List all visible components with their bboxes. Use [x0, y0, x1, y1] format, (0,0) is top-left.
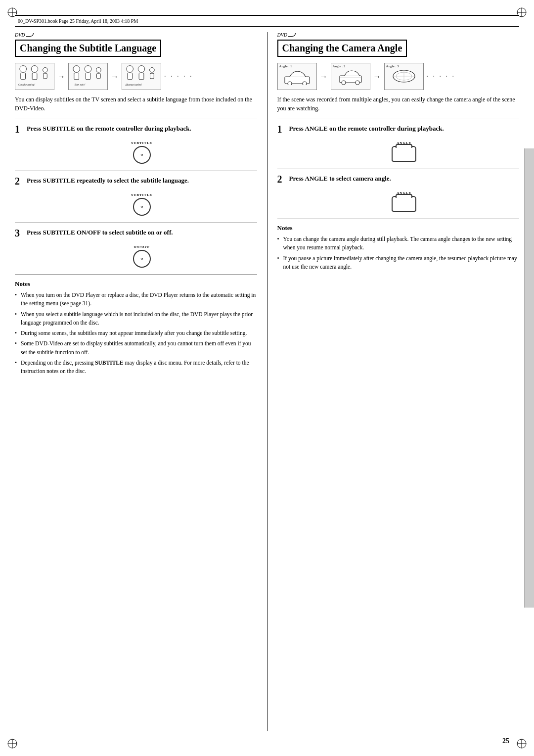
step-right-2: 2 Press ANGLE to select camera angle.: [277, 174, 520, 184]
step-num-1: 1: [15, 124, 23, 134]
header-bar: 00_DV-SP301.book Page 25 Friday, April 1…: [15, 15, 519, 27]
svg-text:Bon soir!: Bon soir!: [75, 83, 86, 86]
step-left-3: 3 Press SUBTITLE ON/OFF to select subtit…: [15, 228, 257, 238]
subtitle-illus-2: Bon soir!: [68, 63, 108, 90]
svg-rect-17: [44, 73, 47, 79]
arrow-2: →: [111, 72, 119, 81]
subtitle-illus-3: ¡Buenas tardes!: [122, 63, 161, 90]
subtitle-button-2: SUBTITLE O: [27, 193, 257, 216]
step-right-text-2: Press ANGLE to select camera angle.: [289, 174, 391, 183]
svg-rect-20: [74, 73, 79, 80]
dvd-label-left: DVD: [15, 32, 257, 38]
step-num-2: 2: [15, 176, 23, 186]
divider-left-1: [15, 119, 257, 119]
divider-right-2: [277, 169, 520, 169]
svg-point-30: [150, 67, 155, 72]
subtitle-button-1: SUBTITLE O: [27, 141, 257, 164]
svg-point-19: [73, 66, 80, 73]
step-left-1: 1 Press SUBTITLE on the remote controlle…: [15, 124, 257, 134]
svg-rect-13: [21, 73, 26, 80]
svg-rect-22: [86, 73, 90, 80]
svg-rect-24: [97, 73, 101, 79]
dots-right: · · · · ·: [427, 73, 456, 81]
svg-point-38: [356, 81, 359, 85]
right-column: DVD Changing the Camera Angle Angle : 1: [267, 32, 520, 731]
step-right-text-1: Press ANGLE on the remote controller dur…: [289, 124, 444, 133]
step-text-2: Press SUBTITLE repeatedly to select the …: [27, 176, 189, 185]
left-notes-title: Notes: [15, 280, 257, 288]
right-notes-list: You can change the camera angle during s…: [277, 235, 520, 271]
left-notes: Notes When you turn on the DVD Player or…: [15, 280, 257, 376]
step-num-3: 3: [15, 228, 23, 238]
step-left-2: 2 Press SUBTITLE repeatedly to select th…: [15, 176, 257, 186]
header-text: 00_DV-SP301.book Page 25 Friday, April 1…: [18, 18, 138, 24]
right-note-1: You can change the camera angle during s…: [277, 235, 520, 252]
page-number: 25: [502, 737, 509, 745]
divider-right-1: [277, 119, 520, 119]
svg-point-28: [138, 66, 145, 73]
right-notes: Notes You can change the camera angle du…: [277, 224, 520, 271]
step-right-num-2: 2: [277, 174, 285, 184]
step-right-1: 1 Press ANGLE on the remote controller d…: [277, 124, 520, 134]
svg-point-34: [288, 82, 292, 85]
angle-button-2: ANGLE: [289, 191, 520, 212]
svg-rect-15: [32, 73, 37, 80]
left-note-2: When you select a subtitle language whic…: [15, 310, 257, 328]
right-description: If the scene was recorded from multiple …: [277, 95, 520, 113]
main-content: DVD Changing the Subtitle Language: [15, 32, 519, 731]
onoff-button: ON/OFF O: [27, 245, 257, 268]
left-note-4: Some DVD-Video are set to display subtit…: [15, 339, 257, 357]
left-section-title: Changing the Subtitle Language: [15, 40, 161, 57]
left-notes-list: When you turn on the DVD Player or repla…: [15, 291, 257, 376]
svg-point-26: [127, 66, 134, 73]
svg-point-21: [85, 66, 91, 73]
divider-left-4: [15, 275, 257, 275]
arrow-right-2: →: [373, 72, 381, 81]
right-note-2: If you pause a picture immediately after…: [277, 254, 520, 272]
step-right-num-1: 1: [277, 124, 285, 134]
right-notes-title: Notes: [277, 224, 520, 232]
divider-right-3: [277, 219, 520, 219]
step-text-3: Press SUBTITLE ON/OFF to select subtitle…: [27, 228, 173, 237]
svg-point-12: [20, 66, 27, 73]
divider-left-3: [15, 223, 257, 223]
left-column: DVD Changing the Subtitle Language: [15, 32, 267, 731]
arrow-1: →: [57, 72, 65, 81]
reg-mark-bl: [7, 738, 18, 749]
angle-illustration-row: Angle : 1 → Angle : 2: [277, 63, 520, 90]
svg-rect-29: [139, 73, 144, 80]
svg-rect-27: [128, 73, 133, 80]
svg-point-14: [31, 66, 38, 73]
subtitle-illustration-row: Good evening! → Bon soir!: [15, 63, 257, 90]
right-section-title: Changing the Camera Angle: [277, 40, 407, 57]
subtitle-illus-1: Good evening!: [15, 63, 54, 90]
angle-illus-1: Angle : 1: [277, 63, 317, 90]
arrow-right-1: →: [320, 72, 328, 81]
left-description: You can display subtitles on the TV scre…: [15, 95, 257, 113]
angle-illus-2: Angle : 2: [331, 63, 370, 90]
left-note-1: When you turn on the DVD Player or repla…: [15, 291, 257, 308]
step-text-1: Press SUBTITLE on the remote controller …: [27, 124, 191, 133]
dvd-label-right: DVD: [277, 32, 520, 38]
angle-button-1: ANGLE: [289, 141, 520, 162]
svg-point-16: [43, 67, 48, 72]
angle-illus-3: Angle : 3: [384, 63, 424, 90]
left-note-3: During some scenes, the subtitles may no…: [15, 329, 257, 337]
dots-left: · · · · ·: [164, 73, 193, 81]
reg-mark-br: [516, 738, 527, 749]
tab-bar: [524, 148, 534, 608]
svg-text:¡Buenas tardes!: ¡Buenas tardes!: [125, 83, 142, 86]
svg-point-23: [96, 67, 101, 72]
divider-left-2: [15, 171, 257, 171]
left-note-5: Depending on the disc, pressing SUBTITLE…: [15, 359, 257, 376]
svg-point-37: [342, 81, 346, 85]
svg-point-35: [303, 82, 307, 85]
svg-rect-31: [150, 73, 154, 79]
svg-text:Good evening!: Good evening!: [18, 83, 36, 86]
